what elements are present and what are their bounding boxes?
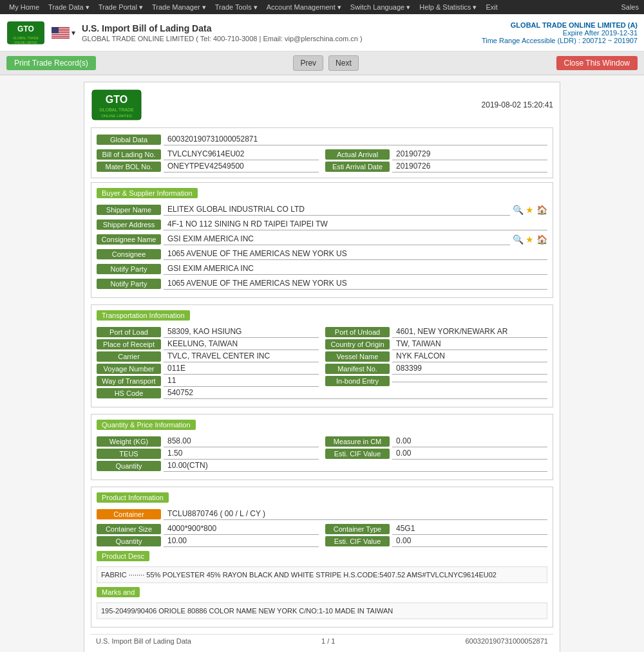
flag-box[interactable]: ▾: [52, 27, 75, 39]
shipper-home-icon[interactable]: 🏠: [536, 205, 547, 215]
port-of-unload-pair: Port of Unload 4601, NEW YORK/NEWARK AR: [325, 326, 547, 338]
teus-label: TEUS: [97, 449, 161, 459]
bol-row: Bill of Lading No. TVLCLNYC9614EU02 Actu…: [97, 148, 547, 160]
consignee-name-value: GSI EXIM AMERICA INC: [164, 233, 510, 245]
port-of-load-label: Port of Load: [97, 327, 161, 337]
global-data-label: Global Data: [97, 135, 161, 145]
weight-row: Weight (KG) 858.00 Measure in CM 0.00: [97, 435, 547, 447]
nav-switch-language[interactable]: Switch Language ▾: [346, 2, 414, 13]
global-data-section: Global Data 600320190731000052871 Bill o…: [91, 127, 553, 178]
quantity-label: Quantity: [97, 461, 161, 471]
product-section: Product Information Container TCLU887074…: [91, 487, 553, 628]
bol-pair: Bill of Lading No. TVLCLNYC9614EU02: [97, 148, 319, 160]
vessel-name-pair: Vessel Name NYK FALCON: [325, 350, 547, 362]
record-footer-right: 600320190731000052871: [466, 637, 548, 645]
quantity-value: 10.00(CTN): [164, 460, 547, 472]
weight-label: Weight (KG): [97, 436, 161, 447]
container-type-pair: Container Type 45G1: [325, 523, 547, 535]
header-right: GLOBAL TRADE ONLINE LIMITED (A) Expire A…: [482, 21, 638, 44]
quantity-price-label: Quantity & Price Information: [97, 420, 196, 430]
port-of-unload-label: Port of Unload: [325, 327, 390, 337]
bol-label: Bill of Lading No.: [97, 149, 161, 160]
record-timestamp: 2019-08-02 15:20:41: [482, 100, 553, 109]
consignee-home-icon[interactable]: 🏠: [536, 234, 547, 245]
port-row: Port of Load 58309, KAO HSIUNG Port of U…: [97, 326, 547, 338]
shipper-name-label: Shipper Name: [97, 205, 161, 215]
svg-rect-12: [52, 34, 70, 35]
product-esti-cif-pair: Esti. CIF Value 0.00: [325, 535, 547, 547]
teus-row: TEUS 1.50 Esti. CIF Value 0.00: [97, 447, 547, 460]
mater-bol-value: ONEYTPEV42549500: [164, 160, 319, 172]
nav-trade-tools[interactable]: Trade Tools ▾: [211, 2, 261, 13]
container-size-label: Container Size: [97, 524, 161, 534]
flag-dropdown[interactable]: ▾: [71, 28, 75, 37]
consignee-row: Consignee 1065 AVENUE OF THE AMERICAS NE…: [97, 248, 547, 260]
consignee-star-icon[interactable]: ★: [526, 234, 534, 245]
manifest-no-label: Manifest No.: [325, 364, 390, 374]
quantity-price-section: Quantity & Price Information Weight (KG)…: [91, 414, 553, 480]
hs-code-label: HS Code: [97, 388, 161, 398]
svg-text:GTO: GTO: [17, 24, 34, 33]
container-size-row: Container Size 4000*900*800 Container Ty…: [97, 523, 547, 535]
product-info-label: Product Information: [97, 492, 169, 503]
country-origin-pair: Country of Origin TW, TAIWAN: [325, 338, 547, 350]
place-of-receipt-label: Place of Receipt: [97, 339, 161, 349]
way-of-transport-value: 11: [164, 375, 319, 387]
esti-arrival-value: 20190726: [392, 160, 547, 172]
product-desc-value: FABRIC ········ 55% POLYESTER 45% RAYON …: [97, 566, 547, 583]
carrier-label: Carrier: [97, 351, 161, 362]
header-bar: GTO GLOBAL TRADE ONLINE LIMITED ▾ U.S. I…: [0, 14, 644, 51]
weight-value: 858.00: [164, 435, 319, 447]
nav-trade-manager[interactable]: Trade Manager ▾: [148, 2, 210, 13]
nav-trade-portal[interactable]: Trade Portal ▾: [95, 2, 147, 13]
shipper-name-value: ELITEX GLOBAL INDUSTRIAL CO LTD: [164, 203, 510, 216]
notify-party2-value: 1065 AVENUE OF THE AMERICAS NEW YORK US: [164, 277, 547, 290]
product-esti-cif-value: 0.00: [392, 535, 547, 547]
consignee-label: Consignee: [97, 249, 161, 259]
esti-arrival-pair: Esti Arrival Date 20190726: [325, 160, 547, 172]
header-subtitle: GLOBAL TRADE ONLINE LIMITED ( Tel: 400-7…: [82, 35, 482, 42]
svg-rect-16: [52, 37, 70, 38]
carrier-row: Carrier TVLC, TRAVEL CENTER INC Vessel N…: [97, 350, 547, 362]
consignee-search-icon[interactable]: 🔍: [513, 234, 523, 245]
measure-cm-label: Measure in CM: [325, 436, 390, 447]
prev-button-top[interactable]: Prev: [293, 55, 323, 71]
container-type-value: 45G1: [392, 523, 547, 535]
shipper-address-row: Shipper Address 4F-1 NO 112 SINING N RD …: [97, 218, 547, 230]
product-esti-cif-label: Esti. CIF Value: [325, 536, 390, 546]
svg-text:ONLINE LIMITED: ONLINE LIMITED: [14, 41, 38, 44]
voyage-number-value: 011E: [164, 362, 319, 375]
manifest-no-pair: Manifest No. 083399: [325, 362, 547, 375]
nav-buttons-top: Prev Next: [292, 55, 359, 71]
transportation-label: Transportation Information: [97, 310, 190, 321]
voyage-row: Voyage Number 011E Manifest No. 083399: [97, 362, 547, 375]
nav-trade-data[interactable]: Trade Data ▾: [44, 2, 93, 13]
svg-text:GLOBAL TRADE: GLOBAL TRADE: [13, 35, 39, 39]
esti-arrival-label: Esti Arrival Date: [325, 162, 390, 172]
shipper-star-icon[interactable]: ★: [526, 205, 534, 215]
country-origin-label: Country of Origin: [325, 339, 390, 349]
next-button-top[interactable]: Next: [328, 55, 359, 71]
nav-exit[interactable]: Exit: [482, 2, 501, 12]
vessel-name-label: Vessel Name: [325, 351, 390, 362]
bol-value: TVLCLNYC9614EU02: [164, 148, 319, 160]
way-of-transport-label: Way of Transport: [97, 376, 161, 386]
nav-account-management[interactable]: Account Management ▾: [263, 2, 345, 13]
close-window-button-top[interactable]: Close This Window: [556, 56, 638, 70]
receipt-row: Place of Receipt KEELUNG, TAIWAN Country…: [97, 338, 547, 350]
consignee-value: 1065 AVENUE OF THE AMERICAS NEW YORK US: [164, 248, 547, 260]
mater-bol-row: Mater BOL No. ONEYTPEV42549500 Esti Arri…: [97, 160, 547, 172]
shipper-search-icon[interactable]: 🔍: [513, 205, 523, 215]
top-navigation: My Home Trade Data ▾ Trade Portal ▾ Trad…: [0, 0, 644, 14]
manifest-no-value: 083399: [392, 362, 547, 375]
product-quantity-pair: Quantity 10.00: [97, 535, 319, 547]
vessel-name-value: NYK FALCON: [392, 350, 547, 362]
nav-help-statistics[interactable]: Help & Statistics ▾: [415, 2, 480, 13]
product-quantity-value: 10.00: [164, 535, 319, 547]
print-record-button-top[interactable]: Print Trade Record(s): [6, 56, 96, 70]
container-type-label: Container Type: [325, 524, 390, 534]
container-row: Container TCLU8870746 ( 00 / L / CY ): [97, 508, 547, 520]
shipper-address-label: Shipper Address: [97, 219, 161, 230]
nav-my-home[interactable]: My Home: [5, 2, 43, 12]
container-value: TCLU8870746 ( 00 / L / CY ): [164, 508, 547, 520]
